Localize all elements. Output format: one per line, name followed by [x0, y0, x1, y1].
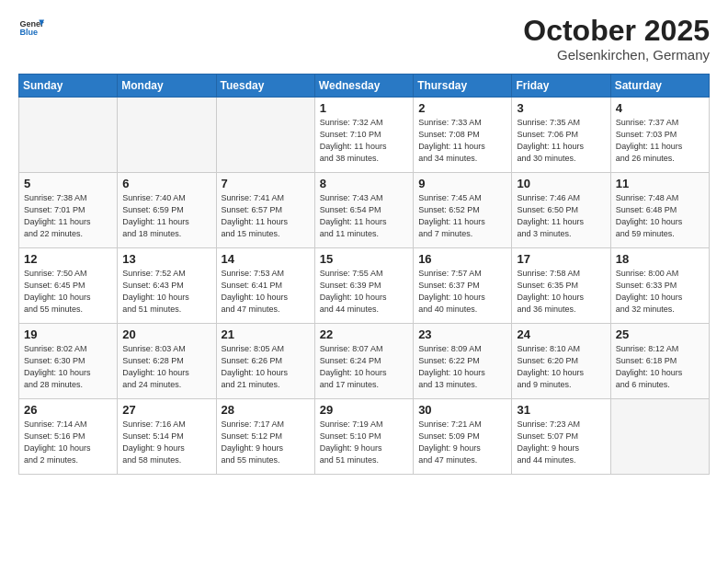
title-block: October 2025 Gelsenkirchen, Germany [523, 15, 710, 63]
day-number: 16 [418, 252, 506, 266]
day-info: Sunrise: 7:45 AM Sunset: 6:52 PM Dayligh… [418, 192, 506, 240]
day-info: Sunrise: 7:46 AM Sunset: 6:50 PM Dayligh… [517, 192, 605, 240]
day-cell-3-6: 25Sunrise: 8:12 AM Sunset: 6:18 PM Dayli… [610, 324, 709, 399]
day-number: 30 [418, 403, 506, 417]
day-number: 31 [517, 403, 605, 417]
day-info: Sunrise: 7:50 AM Sunset: 6:45 PM Dayligh… [24, 268, 112, 316]
day-cell-4-2: 28Sunrise: 7:17 AM Sunset: 5:12 PM Dayli… [216, 399, 314, 475]
day-cell-0-4: 2Sunrise: 7:33 AM Sunset: 7:08 PM Daylig… [414, 98, 512, 173]
day-cell-1-0: 5Sunrise: 7:38 AM Sunset: 7:01 PM Daylig… [19, 173, 118, 248]
day-number: 11 [616, 177, 704, 190]
day-cell-3-3: 22Sunrise: 8:07 AM Sunset: 6:24 PM Dayli… [314, 324, 413, 399]
day-cell-0-2 [216, 98, 314, 173]
day-cell-3-5: 24Sunrise: 8:10 AM Sunset: 6:20 PM Dayli… [512, 324, 610, 399]
day-info: Sunrise: 7:33 AM Sunset: 7:08 PM Dayligh… [418, 117, 506, 165]
day-info: Sunrise: 7:32 AM Sunset: 7:10 PM Dayligh… [320, 117, 408, 165]
day-number: 29 [320, 403, 408, 417]
day-cell-0-0 [19, 98, 118, 173]
day-cell-0-3: 1Sunrise: 7:32 AM Sunset: 7:10 PM Daylig… [314, 98, 413, 173]
day-number: 8 [320, 177, 408, 190]
week-row-1: 1Sunrise: 7:32 AM Sunset: 7:10 PM Daylig… [19, 98, 710, 173]
day-info: Sunrise: 7:58 AM Sunset: 6:35 PM Dayligh… [517, 268, 605, 316]
day-cell-4-3: 29Sunrise: 7:19 AM Sunset: 5:10 PM Dayli… [314, 399, 413, 475]
col-monday: Monday [118, 75, 216, 98]
day-cell-1-4: 9Sunrise: 7:45 AM Sunset: 6:52 PM Daylig… [414, 173, 512, 248]
day-cell-2-0: 12Sunrise: 7:50 AM Sunset: 6:45 PM Dayli… [19, 248, 118, 324]
day-info: Sunrise: 7:23 AM Sunset: 5:07 PM Dayligh… [517, 419, 605, 466]
day-info: Sunrise: 8:07 AM Sunset: 6:24 PM Dayligh… [320, 343, 408, 391]
day-cell-3-2: 21Sunrise: 8:05 AM Sunset: 6:26 PM Dayli… [216, 324, 314, 399]
day-cell-2-6: 18Sunrise: 8:00 AM Sunset: 6:33 PM Dayli… [610, 248, 709, 324]
day-cell-4-6 [610, 399, 709, 475]
day-number: 12 [24, 252, 112, 266]
col-saturday: Saturday [610, 75, 709, 98]
day-info: Sunrise: 7:19 AM Sunset: 5:10 PM Dayligh… [320, 419, 408, 466]
day-info: Sunrise: 8:03 AM Sunset: 6:28 PM Dayligh… [122, 343, 210, 391]
day-cell-4-5: 31Sunrise: 7:23 AM Sunset: 5:07 PM Dayli… [512, 399, 610, 475]
day-cell-1-2: 7Sunrise: 7:41 AM Sunset: 6:57 PM Daylig… [216, 173, 314, 248]
day-number: 24 [517, 327, 605, 341]
day-number: 4 [616, 101, 704, 115]
day-number: 14 [222, 252, 310, 266]
day-info: Sunrise: 7:48 AM Sunset: 6:48 PM Dayligh… [616, 192, 704, 240]
day-info: Sunrise: 8:00 AM Sunset: 6:33 PM Dayligh… [616, 268, 704, 316]
day-cell-1-5: 10Sunrise: 7:46 AM Sunset: 6:50 PM Dayli… [512, 173, 610, 248]
day-number: 21 [222, 327, 310, 341]
week-row-2: 5Sunrise: 7:38 AM Sunset: 7:01 PM Daylig… [19, 173, 710, 248]
week-row-3: 12Sunrise: 7:50 AM Sunset: 6:45 PM Dayli… [19, 248, 710, 324]
day-number: 18 [616, 252, 704, 266]
day-number: 25 [616, 327, 704, 341]
col-wednesday: Wednesday [314, 75, 413, 98]
day-number: 1 [320, 101, 408, 115]
day-cell-1-3: 8Sunrise: 7:43 AM Sunset: 6:54 PM Daylig… [314, 173, 413, 248]
day-cell-2-3: 15Sunrise: 7:55 AM Sunset: 6:39 PM Dayli… [314, 248, 413, 324]
day-info: Sunrise: 8:05 AM Sunset: 6:26 PM Dayligh… [222, 343, 310, 391]
day-cell-2-5: 17Sunrise: 7:58 AM Sunset: 6:35 PM Dayli… [512, 248, 610, 324]
day-cell-0-6: 4Sunrise: 7:37 AM Sunset: 7:03 PM Daylig… [610, 98, 709, 173]
day-number: 2 [418, 101, 506, 115]
day-number: 19 [24, 327, 112, 341]
day-number: 3 [517, 101, 605, 115]
day-cell-3-1: 20Sunrise: 8:03 AM Sunset: 6:28 PM Dayli… [118, 324, 216, 399]
col-friday: Friday [512, 75, 610, 98]
svg-text:Blue: Blue [19, 28, 38, 37]
day-number: 23 [418, 327, 506, 341]
day-cell-1-1: 6Sunrise: 7:40 AM Sunset: 6:59 PM Daylig… [118, 173, 216, 248]
calendar-header-row: Sunday Monday Tuesday Wednesday Thursday… [19, 75, 710, 98]
day-info: Sunrise: 7:57 AM Sunset: 6:37 PM Dayligh… [418, 268, 506, 316]
day-cell-2-1: 13Sunrise: 7:52 AM Sunset: 6:43 PM Dayli… [118, 248, 216, 324]
day-cell-3-0: 19Sunrise: 8:02 AM Sunset: 6:30 PM Dayli… [19, 324, 118, 399]
day-cell-4-1: 27Sunrise: 7:16 AM Sunset: 5:14 PM Dayli… [118, 399, 216, 475]
day-info: Sunrise: 7:37 AM Sunset: 7:03 PM Dayligh… [616, 117, 704, 165]
day-number: 7 [222, 177, 310, 190]
day-number: 20 [122, 327, 210, 341]
day-number: 6 [122, 177, 210, 190]
week-row-4: 19Sunrise: 8:02 AM Sunset: 6:30 PM Dayli… [19, 324, 710, 399]
day-info: Sunrise: 8:02 AM Sunset: 6:30 PM Dayligh… [24, 343, 112, 391]
col-sunday: Sunday [19, 75, 118, 98]
day-cell-4-4: 30Sunrise: 7:21 AM Sunset: 5:09 PM Dayli… [414, 399, 512, 475]
day-cell-0-1 [118, 98, 216, 173]
calendar: Sunday Monday Tuesday Wednesday Thursday… [18, 74, 710, 475]
day-info: Sunrise: 7:35 AM Sunset: 7:06 PM Dayligh… [517, 117, 605, 165]
day-number: 27 [122, 403, 210, 417]
day-number: 5 [24, 177, 112, 190]
day-info: Sunrise: 7:40 AM Sunset: 6:59 PM Dayligh… [122, 192, 210, 240]
day-number: 22 [320, 327, 408, 341]
logo-icon: General Blue [18, 15, 44, 40]
logo: General Blue [18, 15, 44, 40]
day-number: 10 [517, 177, 605, 190]
day-cell-2-2: 14Sunrise: 7:53 AM Sunset: 6:41 PM Dayli… [216, 248, 314, 324]
location-title: Gelsenkirchen, Germany [523, 47, 710, 63]
month-title: October 2025 [523, 15, 710, 47]
day-info: Sunrise: 7:21 AM Sunset: 5:09 PM Dayligh… [418, 419, 506, 466]
day-info: Sunrise: 7:14 AM Sunset: 5:16 PM Dayligh… [24, 419, 112, 466]
day-info: Sunrise: 7:16 AM Sunset: 5:14 PM Dayligh… [122, 419, 210, 466]
day-number: 17 [517, 252, 605, 266]
week-row-5: 26Sunrise: 7:14 AM Sunset: 5:16 PM Dayli… [19, 399, 710, 475]
day-info: Sunrise: 7:41 AM Sunset: 6:57 PM Dayligh… [222, 192, 310, 240]
day-info: Sunrise: 7:38 AM Sunset: 7:01 PM Dayligh… [24, 192, 112, 240]
day-number: 13 [122, 252, 210, 266]
header: General Blue October 2025 Gelsenkirchen,… [18, 15, 710, 63]
day-cell-3-4: 23Sunrise: 8:09 AM Sunset: 6:22 PM Dayli… [414, 324, 512, 399]
